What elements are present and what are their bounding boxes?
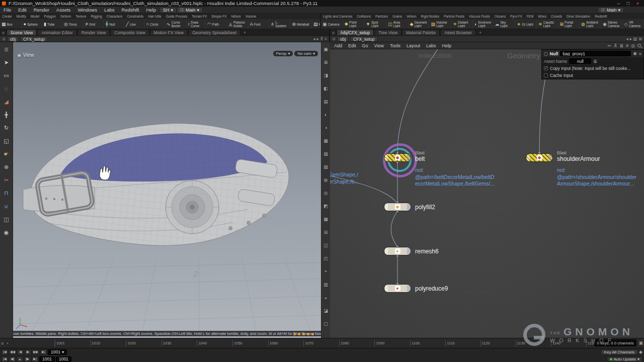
- link-icon[interactable]: ⊙: [2, 37, 6, 41]
- shelf-tab[interactable]: Polygon: [42, 15, 58, 18]
- new-tab-button[interactable]: +: [476, 30, 484, 35]
- shelf-tab[interactable]: Rigging: [89, 15, 105, 18]
- shelf-tool[interactable]: # Grid: [84, 19, 104, 29]
- path-segment-obj[interactable]: obj: [7, 36, 19, 42]
- shelf-tool[interactable]: ⋔ L-System: [269, 19, 291, 29]
- display-toolbar-icon[interactable]: ◨: [322, 69, 330, 81]
- shelf-tab[interactable]: Texture: [73, 15, 89, 18]
- shelf-tab[interactable]: Wires: [536, 15, 549, 18]
- shelf-tool[interactable]: ⊚ Metaball: [290, 19, 312, 29]
- network-node[interactable]: ● remesh6: [384, 247, 411, 255]
- new-tab-button[interactable]: +: [241, 30, 249, 35]
- display-toolbar-icon[interactable]: ◰: [322, 252, 330, 264]
- shelf-tool[interactable]: ☀ Distant Light: [451, 19, 473, 29]
- shelf-tab[interactable]: Crowds: [549, 15, 565, 18]
- network-node[interactable]: ◆ Blast shoulderArmour not:@path=/should…: [526, 153, 553, 162]
- shelf-tool[interactable]: ∿ Curve Bezier: [165, 19, 187, 29]
- menu-item[interactable]: File: [0, 7, 15, 13]
- network-toolbar-icon[interactable]: ◎: [631, 43, 635, 48]
- shelf-tool[interactable]: ▼ Spot Light: [364, 19, 386, 29]
- network-menu-item[interactable]: Edit: [345, 43, 359, 48]
- pane-tab[interactable]: Animation Editor: [37, 29, 76, 35]
- pin-icon[interactable]: ⊼: [320, 37, 323, 41]
- menu-item[interactable]: Edit: [15, 7, 30, 13]
- forward-icon[interactable]: ▸: [316, 37, 318, 41]
- range-end-field[interactable]: 1001: [56, 356, 71, 362]
- maximize-button[interactable]: □: [624, 1, 632, 6]
- node-body[interactable]: ◆: [384, 153, 411, 162]
- menu-item[interactable]: Assets: [53, 7, 74, 13]
- transport-button[interactable]: ▶▶: [32, 349, 39, 355]
- toolbar-icon[interactable]: ◌: [1, 82, 12, 95]
- shelf-tab[interactable]: Terrain FX: [190, 15, 209, 18]
- key-all-channels-button[interactable]: Key All Channels: [601, 349, 638, 355]
- pane-tab[interactable]: Asset Browser: [440, 29, 476, 35]
- shelf-tab[interactable]: Drive Simulation: [565, 15, 593, 18]
- toolbar-icon[interactable]: ➤: [1, 56, 12, 68]
- network-menu-item[interactable]: Help: [439, 43, 454, 48]
- viewport-canvas[interactable]: 2: [13, 42, 321, 338]
- shelf-tab[interactable]: Collisions: [355, 15, 373, 18]
- display-toolbar-icon[interactable]: ▥: [322, 279, 330, 291]
- toolbar-icon[interactable]: ╋: [1, 109, 12, 121]
- transport-button[interactable]: ◀|: [9, 356, 16, 362]
- node-name-label[interactable]: remesh6: [415, 248, 506, 255]
- layout-icon[interactable]: ⊞: [638, 37, 642, 41]
- shelf-tool[interactable]: ≋ Caustic Light: [537, 19, 558, 29]
- shelf-tab[interactable]: Vellum: [229, 15, 244, 18]
- menu-item[interactable]: Help: [142, 7, 159, 13]
- menu-item[interactable]: Render: [30, 7, 53, 13]
- shelf-tool[interactable]: ○ Circle: [145, 19, 165, 29]
- path-segment-cfx[interactable]: CFX_setup: [20, 36, 48, 42]
- pane-tab[interactable]: /obj/CFX_setup: [337, 29, 374, 35]
- shelf-tool[interactable]: ▦ Box: [0, 19, 22, 29]
- pane-tab[interactable]: Motion FX View: [150, 29, 188, 35]
- search-icon[interactable]: [637, 44, 641, 47]
- node-body[interactable]: ◆: [384, 203, 411, 211]
- back-icon[interactable]: ◂: [313, 37, 315, 41]
- shelf-tab[interactable]: Particles: [373, 15, 390, 18]
- toolbar-icon[interactable]: ≣: [1, 43, 12, 55]
- display-toolbar-icon[interactable]: ▦: [322, 135, 330, 147]
- toolbar-icon[interactable]: ✂: [1, 174, 12, 186]
- shelf-tab[interactable]: Create: [0, 15, 15, 18]
- toolbar-icon[interactable]: ◉: [1, 226, 12, 238]
- shelf-tool[interactable]: ∗ GI Light: [515, 19, 537, 29]
- node-body[interactable]: ●: [384, 284, 411, 293]
- menu-item[interactable]: Windows: [74, 7, 101, 13]
- shelf-tab[interactable]: Viscous Fluids: [467, 15, 493, 18]
- display-toolbar-icon[interactable]: ◪: [322, 305, 330, 317]
- shelf-tool[interactable]: ◫ Area Light: [386, 19, 409, 29]
- network-node[interactable]: ● polyreduce9: [384, 284, 411, 293]
- toolbar-icon[interactable]: ◫: [1, 213, 12, 225]
- camera-lock-icon[interactable]: ▣: [638, 340, 643, 345]
- shelf-tool[interactable]: ◇ VR Camera: [623, 19, 644, 29]
- node-name-label[interactable]: belt: [415, 155, 506, 162]
- node-name-label[interactable]: polyfill2: [415, 204, 506, 211]
- toolbar-icon[interactable]: ◢: [1, 96, 12, 108]
- shelf-tab[interactable]: FEM: [525, 15, 536, 18]
- shelf-tool[interactable]: ◐ Environment Light: [473, 19, 493, 29]
- main-desktop-chip-right[interactable]: Main▾: [598, 7, 624, 13]
- shelf-tab[interactable]: Guide Process: [164, 15, 190, 18]
- network-toolbar-icon[interactable]: ≣: [620, 43, 624, 48]
- display-toolbar-icon[interactable]: ▣: [322, 43, 330, 55]
- menu-icon[interactable]: ≡: [639, 51, 641, 56]
- display-toolbar-icon[interactable]: ◑: [322, 122, 330, 134]
- display-toolbar-icon[interactable]: ◫: [322, 239, 330, 251]
- shelf-tab[interactable]: Grains: [390, 15, 405, 18]
- back-icon[interactable]: ◂: [626, 37, 628, 41]
- transport-button[interactable]: ◀◀: [9, 349, 16, 355]
- shelf-tool[interactable]: ☁ Sky Light: [493, 19, 515, 29]
- network-node[interactable]: ◆ polyfill2: [384, 203, 411, 211]
- timeline-ruler[interactable]: ≡ ◔ 100110101020103010401050106010701080…: [0, 338, 644, 348]
- shelf-tab[interactable]: Characters: [105, 15, 125, 18]
- shelf-tab[interactable]: Simple FX: [209, 15, 229, 18]
- network-toolbar-icon[interactable]: ⊼: [614, 43, 617, 48]
- node-name-field[interactable]: bag_proxy1: [560, 51, 631, 56]
- shelf-tool[interactable]: ◍ Ambient Light: [580, 19, 601, 29]
- transport-button[interactable]: ◀: [17, 349, 24, 355]
- desktop-selector[interactable]: SH▾: [159, 7, 177, 13]
- network-menu-item[interactable]: Tools: [387, 43, 404, 48]
- shelf-tab[interactable]: Oceans: [493, 15, 508, 18]
